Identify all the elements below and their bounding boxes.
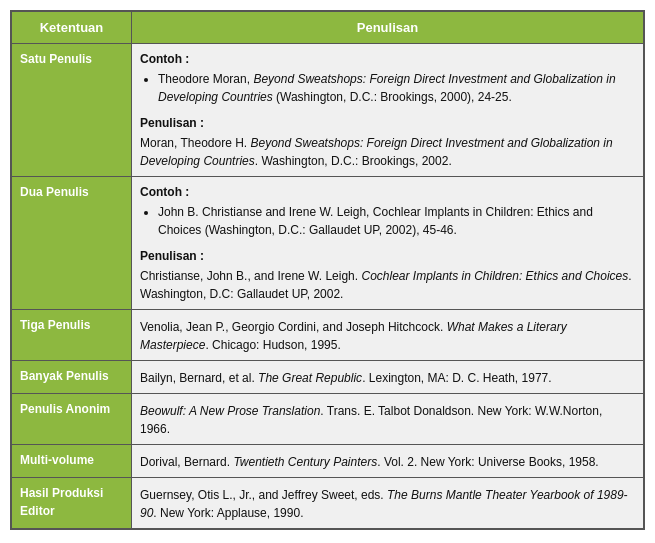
- penulisan-text: Guernsey, Otis L., Jr., and Jeffrey Swee…: [140, 486, 635, 522]
- penulisan-text: Beowulf: A New Prose Translation. Trans.…: [140, 402, 635, 438]
- list-item: Theodore Moran, Beyond Sweatshops: Forei…: [158, 70, 635, 106]
- row-content: Bailyn, Bernard, et al. The Great Republ…: [132, 361, 644, 394]
- penulisan-text: Bailyn, Bernard, et al. The Great Republ…: [140, 369, 635, 387]
- table-row: Satu PenulisContoh :Theodore Moran, Beyo…: [12, 44, 644, 177]
- penulisan-text: Moran, Theodore H. Beyond Sweatshops: Fo…: [140, 134, 635, 170]
- table-row: Tiga PenulisVenolia, Jean P., Georgio Co…: [12, 310, 644, 361]
- penulisan-text: Dorival, Bernard. Twentieth Century Pain…: [140, 453, 635, 471]
- contoh-list: John B. Christianse and Irene W. Leigh, …: [158, 203, 635, 239]
- row-label: Penulis Anonim: [12, 394, 132, 445]
- contoh-label: Contoh :: [140, 183, 635, 201]
- penulisan-label: Penulisan :: [140, 247, 635, 265]
- contoh-list: Theodore Moran, Beyond Sweatshops: Forei…: [158, 70, 635, 106]
- table-row: Dua PenulisContoh :John B. Christianse a…: [12, 177, 644, 310]
- penulisan-text: Christianse, John B., and Irene W. Leigh…: [140, 267, 635, 303]
- table-row: Hasil Produksi EditorGuernsey, Otis L., …: [12, 478, 644, 529]
- main-table: Ketentuan Penulisan Satu PenulisContoh :…: [10, 10, 645, 530]
- row-content: Dorival, Bernard. Twentieth Century Pain…: [132, 445, 644, 478]
- row-label: Hasil Produksi Editor: [12, 478, 132, 529]
- row-label: Banyak Penulis: [12, 361, 132, 394]
- row-content: Guernsey, Otis L., Jr., and Jeffrey Swee…: [132, 478, 644, 529]
- row-content: Venolia, Jean P., Georgio Cordini, and J…: [132, 310, 644, 361]
- row-content: Contoh :Theodore Moran, Beyond Sweatshop…: [132, 44, 644, 177]
- penulisan-label: Penulisan :: [140, 114, 635, 132]
- penulisan-text: Venolia, Jean P., Georgio Cordini, and J…: [140, 318, 635, 354]
- table-row: Multi-volumeDorival, Bernard. Twentieth …: [12, 445, 644, 478]
- row-label: Dua Penulis: [12, 177, 132, 310]
- contoh-label: Contoh :: [140, 50, 635, 68]
- row-content: Contoh :John B. Christianse and Irene W.…: [132, 177, 644, 310]
- table-row: Banyak PenulisBailyn, Bernard, et al. Th…: [12, 361, 644, 394]
- list-item: John B. Christianse and Irene W. Leigh, …: [158, 203, 635, 239]
- header-penulisan: Penulisan: [132, 12, 644, 44]
- header-ketentuan: Ketentuan: [12, 12, 132, 44]
- row-label: Multi-volume: [12, 445, 132, 478]
- row-label: Satu Penulis: [12, 44, 132, 177]
- row-label: Tiga Penulis: [12, 310, 132, 361]
- row-content: Beowulf: A New Prose Translation. Trans.…: [132, 394, 644, 445]
- table-row: Penulis AnonimBeowulf: A New Prose Trans…: [12, 394, 644, 445]
